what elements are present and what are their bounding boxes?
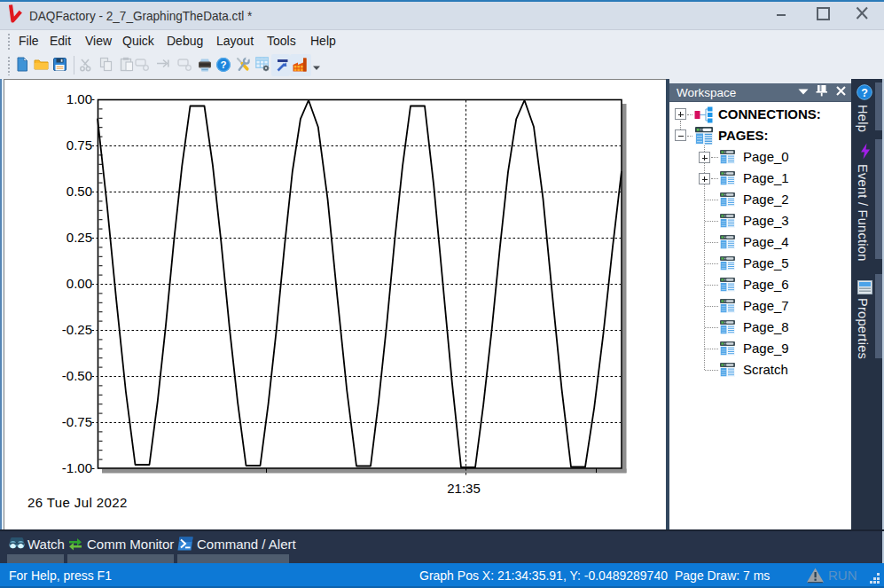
svg-text:0.50: 0.50 (66, 184, 92, 199)
svg-text:0.75: 0.75 (66, 137, 92, 153)
svg-text:0.25: 0.25 (66, 230, 92, 245)
svg-text:-0.50: -0.50 (62, 368, 92, 383)
svg-text:-0.75: -0.75 (62, 414, 92, 429)
svg-text:0.00: 0.00 (66, 276, 92, 291)
svg-text:-1.00: -1.00 (62, 460, 92, 475)
svg-text:1.00: 1.00 (66, 91, 92, 106)
svg-text:26 Tue Jul 2022: 26 Tue Jul 2022 (27, 495, 128, 510)
svg-text:-0.25: -0.25 (62, 322, 92, 337)
svg-text:?: ? (220, 59, 226, 70)
svg-text:21:35: 21:35 (447, 481, 481, 496)
svg-text:?: ? (861, 87, 868, 99)
